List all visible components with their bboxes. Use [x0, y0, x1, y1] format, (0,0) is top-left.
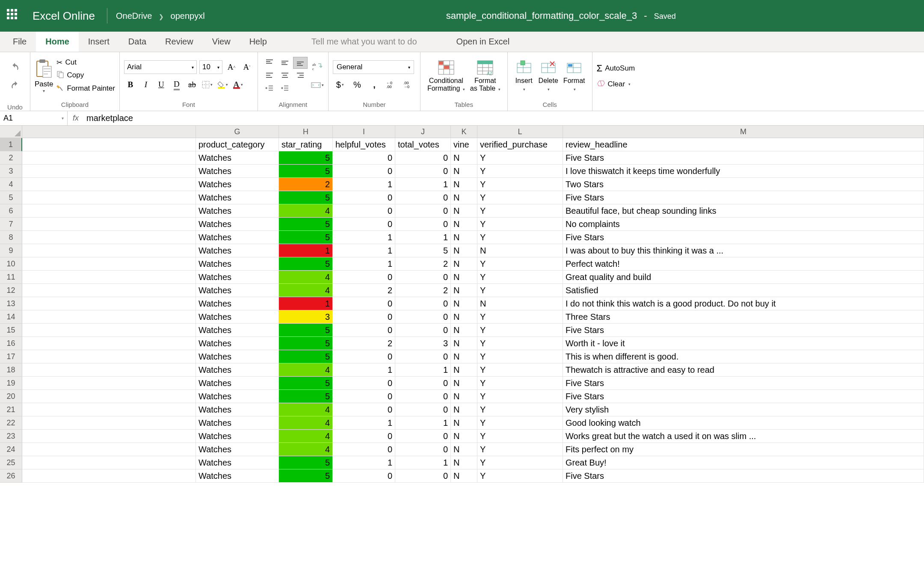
undo-button[interactable]	[10, 62, 20, 73]
insert-cells-button[interactable]: Insert▾	[512, 59, 536, 93]
breadcrumb-root[interactable]: OneDrive	[116, 11, 152, 21]
cell[interactable]: Watches	[196, 151, 279, 165]
cell[interactable]: 0	[333, 443, 395, 456]
cell[interactable]: Y	[477, 324, 563, 337]
cell[interactable]: 2	[279, 178, 333, 191]
cell[interactable]: Watches	[196, 271, 279, 284]
cell[interactable]: N	[451, 257, 477, 271]
cell[interactable]: Watches	[196, 337, 279, 350]
currency-button[interactable]: $▾	[333, 78, 347, 91]
cell[interactable]: Fits perfect on my	[563, 443, 924, 456]
cell[interactable]: 4	[279, 204, 333, 218]
breadcrumb[interactable]: OneDrive ❯ openpyxl	[116, 11, 205, 21]
format-painter-button[interactable]: Format Painter	[56, 84, 115, 94]
row-header[interactable]: 17	[0, 350, 22, 363]
row-header[interactable]: 8	[0, 231, 22, 244]
cell[interactable]: 0	[333, 165, 395, 178]
borders-button[interactable]: ▾	[201, 78, 214, 91]
cell[interactable]: 1	[395, 231, 451, 244]
cell[interactable]	[22, 310, 196, 324]
cell[interactable]	[22, 469, 196, 483]
cell[interactable]: N	[451, 363, 477, 377]
cell[interactable]: 5	[279, 390, 333, 403]
cell[interactable]: 0	[333, 297, 395, 310]
open-in-excel-button[interactable]: Open in Excel	[447, 32, 519, 52]
cell[interactable]: Five Stars	[563, 324, 924, 337]
cell[interactable]: 0	[333, 271, 395, 284]
cell[interactable]: 3	[279, 310, 333, 324]
cell[interactable]: N	[451, 390, 477, 403]
fx-icon[interactable]: fx	[68, 114, 84, 123]
row-header[interactable]: 10	[0, 257, 22, 271]
cell[interactable]	[22, 456, 196, 469]
comma-button[interactable]: ,	[367, 78, 382, 91]
tab-file[interactable]: File	[3, 32, 36, 52]
col-header-m[interactable]: M	[563, 126, 924, 138]
cell[interactable]: Y	[477, 310, 563, 324]
cell[interactable]: 5	[279, 324, 333, 337]
cell[interactable]: 4	[279, 403, 333, 416]
cell[interactable]: Y	[477, 178, 563, 191]
cell[interactable]: 0	[333, 430, 395, 443]
fill-color-button[interactable]: ▾	[216, 78, 229, 91]
cell[interactable]: N	[451, 350, 477, 363]
cell[interactable]	[22, 337, 196, 350]
cell[interactable]: Three Stars	[563, 310, 924, 324]
cell[interactable]: total_votes	[395, 138, 451, 151]
tab-help[interactable]: Help	[240, 32, 276, 52]
row-header[interactable]: 22	[0, 416, 22, 430]
cell[interactable]: N	[451, 191, 477, 204]
row-header[interactable]: 3	[0, 165, 22, 178]
cell[interactable]: Five Stars	[563, 151, 924, 165]
cell[interactable]: Y	[477, 403, 563, 416]
cell[interactable]: Watches	[196, 443, 279, 456]
cell[interactable]: 0	[395, 469, 451, 483]
number-format-select[interactable]: General▾	[333, 60, 414, 74]
cell[interactable]: Watches	[196, 403, 279, 416]
cell[interactable]: 0	[395, 191, 451, 204]
align-top-button[interactable]	[262, 57, 277, 69]
conditional-formatting-button[interactable]: Conditional Formatting ▾	[425, 59, 468, 93]
cell[interactable]: 5	[279, 456, 333, 469]
underline-button[interactable]: U	[155, 78, 168, 91]
wrap-text-button[interactable]: abc	[311, 60, 324, 73]
cell[interactable]: Watches	[196, 350, 279, 363]
cell[interactable]: 1	[395, 178, 451, 191]
cell[interactable]: Y	[477, 390, 563, 403]
cell[interactable]: Watches	[196, 377, 279, 390]
cell[interactable]	[22, 284, 196, 297]
cell[interactable]: 0	[333, 377, 395, 390]
cell[interactable]: 5	[279, 231, 333, 244]
increase-indent-button[interactable]	[278, 83, 292, 94]
cell[interactable]: I was about to buy this thinking it was …	[563, 244, 924, 257]
cell[interactable]: 2	[395, 257, 451, 271]
cell[interactable]: Y	[477, 456, 563, 469]
cell[interactable]: 0	[333, 218, 395, 231]
cell[interactable]: Watches	[196, 257, 279, 271]
cell[interactable]: Watches	[196, 297, 279, 310]
cell[interactable]: Watches	[196, 178, 279, 191]
cell[interactable]	[22, 403, 196, 416]
cell[interactable]: Five Stars	[563, 377, 924, 390]
cell[interactable]: 0	[395, 151, 451, 165]
format-cells-button[interactable]: Format▾	[561, 59, 588, 93]
align-middle-button[interactable]	[278, 57, 292, 69]
cell[interactable]: Y	[477, 377, 563, 390]
cell[interactable]: Great quality and build	[563, 271, 924, 284]
cell[interactable]: Y	[477, 204, 563, 218]
font-size-select[interactable]: 10▾	[199, 60, 222, 74]
cell[interactable]: Watches	[196, 191, 279, 204]
row-header[interactable]: 12	[0, 284, 22, 297]
cell[interactable]: Y	[477, 257, 563, 271]
align-right-button[interactable]	[293, 70, 308, 82]
cell[interactable]	[22, 390, 196, 403]
cell[interactable]: Great Buy!	[563, 456, 924, 469]
cell[interactable]: Y	[477, 430, 563, 443]
app-launcher-icon[interactable]	[7, 9, 21, 23]
cell[interactable]: Y	[477, 469, 563, 483]
cell[interactable]: 3	[395, 337, 451, 350]
cell[interactable]: Beautiful face, but cheap sounding links	[563, 204, 924, 218]
cell[interactable]: Y	[477, 443, 563, 456]
cell[interactable]: Y	[477, 363, 563, 377]
cell[interactable]: Thewatch is attractive and easy to read	[563, 363, 924, 377]
